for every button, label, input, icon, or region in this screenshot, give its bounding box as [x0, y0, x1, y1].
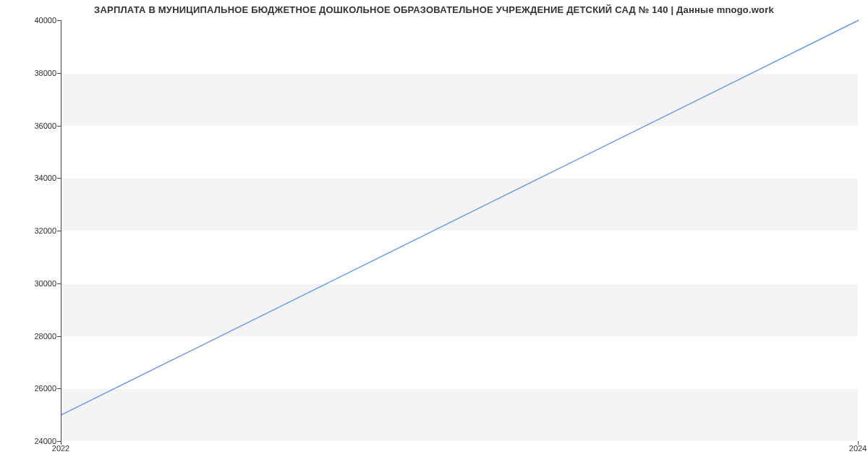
chart-container: ЗАРПЛАТА В МУНИЦИПАЛЬНОЕ БЮДЖЕТНОЕ ДОШКО…	[0, 0, 868, 470]
y-tick-mark	[57, 20, 61, 21]
y-tick-mark	[57, 231, 61, 231]
line-layer	[61, 20, 858, 440]
data-line	[61, 20, 859, 415]
chart-title: ЗАРПЛАТА В МУНИЦИПАЛЬНОЕ БЮДЖЕТНОЕ ДОШКО…	[0, 4, 868, 15]
y-tick-mark	[57, 388, 61, 389]
y-tick-mark	[57, 73, 61, 74]
plot-area	[61, 20, 858, 441]
y-tick-label: 28000	[6, 332, 56, 341]
x-tick-label: 2022	[52, 444, 69, 453]
y-tick-mark	[57, 126, 61, 127]
y-tick-mark	[57, 336, 61, 337]
y-tick-label: 34000	[6, 174, 56, 182]
y-tick-label: 36000	[6, 121, 56, 130]
y-tick-label: 40000	[6, 16, 56, 25]
x-tick-mark	[858, 441, 859, 445]
y-tick-label: 30000	[6, 279, 56, 288]
y-tick-label: 38000	[6, 69, 56, 77]
y-tick-label: 26000	[6, 384, 56, 393]
y-tick-mark	[57, 178, 61, 179]
y-tick-mark	[57, 283, 61, 284]
y-tick-label: 32000	[6, 226, 56, 235]
x-tick-mark	[61, 441, 61, 445]
y-tick-label: 24000	[6, 437, 56, 445]
x-tick-label: 2024	[849, 444, 867, 453]
